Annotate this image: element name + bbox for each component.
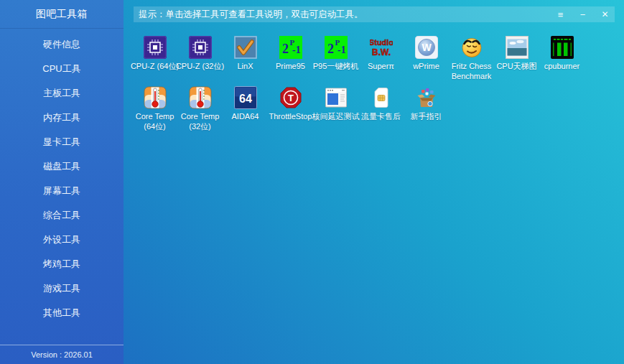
tool-label: AIDA64 (220, 112, 271, 122)
tool-grid: CPU-Z (64位)CPU-Z (32位)LinX2P-1Prime952P-… (124, 26, 624, 364)
tool-prime95[interactable]: 2P-1Prime95 (268, 36, 313, 84)
minimize-button[interactable]: − (575, 6, 590, 22)
sidebar-item-stress-tools[interactable]: 烤鸡工具 (0, 252, 124, 276)
tool-label: P95一键烤机 (310, 62, 362, 72)
tool-label: CPU-Z (64位) (129, 62, 181, 72)
core-temp-icon (144, 86, 167, 109)
sidebar-item-other-tools[interactable]: 其他工具 (0, 301, 124, 325)
svg-text:2: 2 (282, 42, 289, 56)
window-controls: ≡−✕ (546, 6, 613, 22)
svg-text:-1: -1 (292, 45, 301, 55)
cpu-ladder-icon (506, 36, 528, 59)
tool-label: ThrottleStop (265, 112, 317, 122)
tool-wprime[interactable]: WwPrime (404, 36, 449, 84)
tool-label: Core Temp (64位) (129, 112, 181, 132)
sidebar-item-hardware-info[interactable]: 硬件信息 (0, 32, 124, 57)
tool-newbie-guide[interactable]: 新手指引 (404, 86, 449, 134)
tool-throttlestop[interactable]: TThrottleStop (268, 86, 313, 134)
tool-fritz-chess-benchmark[interactable]: Fritz Chess Benchmark (449, 36, 494, 84)
cpu-z-icon (144, 36, 167, 59)
sidebar-item-motherboard-tools[interactable]: 主板工具 (0, 81, 124, 106)
sidebar-item-screen-tools[interactable]: 屏幕工具 (0, 179, 124, 203)
tool-label: wPrime (401, 62, 452, 72)
tool-core-latency-test[interactable]: 核间延迟测试 (313, 86, 358, 134)
close-button[interactable]: ✕ (597, 6, 613, 22)
tool-aida64[interactable]: 64AIDA64 (223, 86, 268, 134)
svg-text:W: W (422, 42, 432, 53)
hint-text: 提示：单击选择工具可查看工具说明，双击可启动工具。 (134, 9, 363, 21)
fritz-chess-icon (460, 36, 483, 59)
sim-card-icon (370, 86, 393, 109)
tool-cpu-z-64[interactable]: CPU-Z (64位) (132, 36, 177, 84)
sidebar-item-misc-tools[interactable]: 综合工具 (0, 203, 124, 228)
app-title: 图吧工具箱 (0, 0, 124, 29)
linx-icon (234, 36, 257, 59)
tool-label: 核间延迟测试 (310, 112, 362, 122)
sidebar-item-cpu-tools[interactable]: CPU工具 (0, 57, 124, 81)
app-window: 图吧工具箱 硬件信息CPU工具主板工具内存工具显卡工具磁盘工具屏幕工具综合工具外… (0, 0, 624, 364)
svg-text:64: 64 (239, 93, 252, 105)
tool-linx[interactable]: LinX (223, 36, 268, 84)
tool-cpu-ladder-chart[interactable]: CPU天梯图 (494, 36, 539, 84)
hint-band: 提示：单击选择工具可查看工具说明，双击可启动工具。 ≡−✕ (134, 6, 615, 22)
tool-superpi[interactable]: StudioB.W.Superπ (358, 36, 404, 84)
menu-button[interactable]: ≡ (553, 6, 568, 22)
tool-label: Core Temp (32位) (174, 112, 226, 132)
tool-p95-one-key-bake[interactable]: 2P-1P95一键烤机 (313, 36, 358, 84)
svg-text:2: 2 (327, 42, 334, 56)
core-latency-icon (325, 86, 348, 109)
sidebar-item-disk-tools[interactable]: 磁盘工具 (0, 154, 124, 179)
sidebar-menu: 硬件信息CPU工具主板工具内存工具显卡工具磁盘工具屏幕工具综合工具外设工具烤鸡工… (0, 29, 124, 345)
version-label: Version : 2026.01 (0, 345, 124, 364)
wprime-icon: W (415, 36, 438, 59)
throttlestop-icon: T (279, 86, 302, 109)
svg-text:Studio: Studio (370, 38, 393, 47)
superpi-icon: StudioB.W. (370, 36, 393, 59)
svg-text:T: T (288, 93, 294, 103)
tool-label: Prime95 (265, 62, 317, 72)
tool-label: 流量卡售后 (355, 112, 407, 122)
prime95-icon: 2P-1 (279, 36, 302, 59)
titlebar: 提示：单击选择工具可查看工具说明，双击可启动工具。 ≡−✕ (124, 0, 624, 26)
tool-cpuburner[interactable]: cpuburner (539, 36, 585, 84)
sidebar-item-game-tools[interactable]: 游戏工具 (0, 276, 124, 301)
prime95-icon: 2P-1 (325, 36, 348, 59)
core-temp-icon (189, 86, 212, 109)
sidebar: 图吧工具箱 硬件信息CPU工具主板工具内存工具显卡工具磁盘工具屏幕工具综合工具外… (0, 0, 124, 364)
tool-label: 新手指引 (401, 112, 452, 122)
cpu-z-icon (189, 36, 212, 59)
tool-label: LinX (220, 62, 271, 72)
guide-box-icon (415, 86, 438, 109)
svg-text:-1: -1 (337, 45, 346, 55)
tool-label: Superπ (355, 62, 407, 72)
svg-text:B.W.: B.W. (372, 47, 391, 57)
tool-row: CPU-Z (64位)CPU-Z (32位)LinX2P-1Prime952P-… (132, 36, 624, 84)
sidebar-item-gpu-tools[interactable]: 显卡工具 (0, 130, 124, 154)
tool-cpu-z-32[interactable]: CPU-Z (32位) (177, 36, 223, 84)
tool-label: CPU-Z (32位) (174, 62, 226, 72)
cpuburner-icon (551, 36, 574, 59)
tool-core-temp-64[interactable]: Core Temp (64位) (132, 86, 177, 134)
tool-row: Core Temp (64位)Core Temp (32位)64AIDA64TT… (132, 86, 624, 134)
sidebar-item-peripheral-tools[interactable]: 外设工具 (0, 228, 124, 252)
tool-label: Fritz Chess Benchmark (446, 62, 498, 82)
tool-label: CPU天梯图 (491, 62, 543, 72)
aida64-icon: 64 (234, 86, 257, 109)
tool-label: cpuburner (536, 62, 588, 72)
tool-sim-card-aftersale[interactable]: 流量卡售后 (358, 86, 404, 134)
sidebar-item-memory-tools[interactable]: 内存工具 (0, 106, 124, 130)
tool-core-temp-32[interactable]: Core Temp (32位) (177, 86, 223, 134)
